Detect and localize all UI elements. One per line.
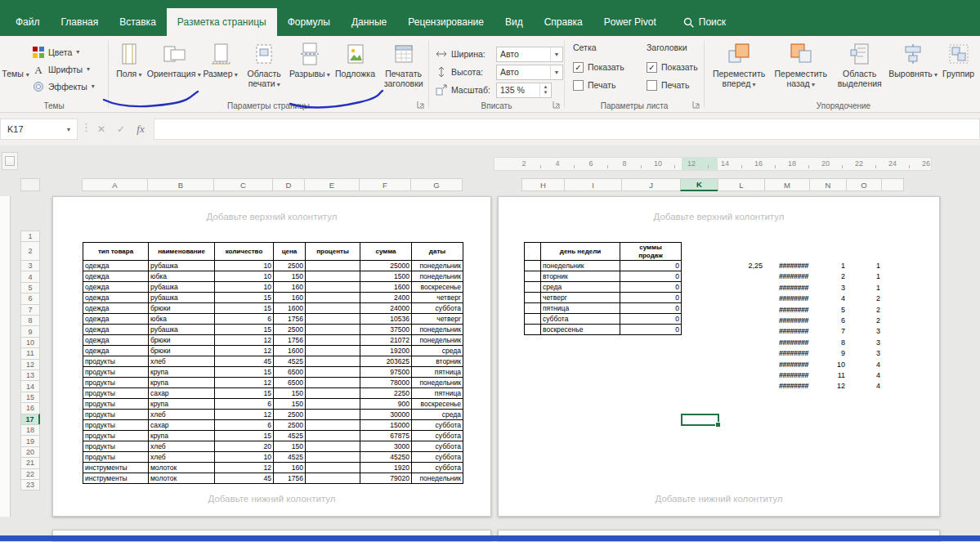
column-header-D[interactable]: D [272, 178, 305, 191]
cell[interactable]: продукты [83, 378, 149, 388]
cell[interactable]: 25000 [360, 261, 412, 271]
cell[interactable]: понедельник [412, 325, 463, 335]
cell[interactable]: среда [412, 346, 463, 356]
cell[interactable]: 10 [810, 360, 847, 371]
cell[interactable]: 2400 [360, 293, 412, 303]
row-header-12[interactable]: 12 [20, 359, 40, 370]
row-header-2[interactable]: 2 [20, 241, 40, 261]
cell[interactable]: одежда [83, 335, 149, 346]
name-box[interactable]: K17 ▾ [0, 119, 78, 140]
cell[interactable] [306, 293, 360, 303]
cell[interactable]: 1756 [274, 473, 306, 484]
overflow-cell[interactable]: ######## [765, 271, 810, 283]
themes-button[interactable]: Темы ▾ [0, 36, 31, 80]
cell[interactable]: понедельник [412, 473, 463, 484]
cell[interactable]: 3 [847, 338, 882, 349]
cell[interactable] [306, 367, 360, 378]
cell[interactable]: 19200 [360, 346, 412, 356]
row-header-18[interactable]: 18 [20, 424, 40, 436]
sheet-option-check[interactable]: Печать [573, 76, 632, 94]
cell[interactable]: 1756 [274, 335, 306, 346]
cell[interactable]: 30000 [360, 410, 412, 420]
cell[interactable]: пятница [412, 367, 463, 378]
ribbon-tab-7[interactable]: Вид [494, 8, 534, 36]
sheet-option-check[interactable]: ✓Показать [573, 58, 632, 76]
row-header-7[interactable]: 7 [20, 304, 40, 316]
cell[interactable]: 78000 [360, 378, 412, 388]
cell[interactable]: 10 [215, 261, 274, 271]
cell[interactable]: 2 [847, 293, 882, 305]
search-box[interactable]: Поиск [683, 8, 726, 36]
cell[interactable]: 15 [215, 325, 274, 335]
selected-cell[interactable] [681, 414, 719, 426]
dialog-launcher-icon[interactable] [552, 100, 562, 110]
row-header-14[interactable]: 14 [20, 380, 40, 392]
cell[interactable]: 150 [274, 399, 306, 410]
cell[interactable]: среда [412, 410, 463, 420]
cell[interactable] [525, 282, 541, 293]
column-header-H[interactable]: H [521, 178, 565, 191]
cell[interactable]: продукты [83, 367, 149, 378]
table-col-header[interactable]: количество [215, 243, 274, 261]
cell[interactable]: крупа [149, 367, 215, 378]
cell[interactable]: сахар [149, 420, 215, 431]
cell[interactable]: пятница [541, 303, 620, 314]
table-col-header[interactable]: тип товара [83, 243, 149, 261]
column-header-I[interactable]: I [564, 178, 622, 191]
cell[interactable]: 900 [360, 399, 412, 410]
footer-placeholder[interactable]: Добавьте нижний колонтитул [53, 494, 490, 504]
cell[interactable] [525, 271, 541, 282]
select-all-corner[interactable] [20, 178, 40, 191]
cell[interactable]: 15 [215, 388, 274, 399]
cell[interactable] [306, 314, 360, 325]
cell[interactable]: юбка [149, 314, 215, 325]
cell[interactable]: 21072 [360, 335, 412, 346]
ribbon-tab-8[interactable]: Справка [534, 8, 593, 36]
footer-placeholder[interactable]: Добавьте нижний колонтитул [499, 494, 939, 504]
cell[interactable]: четверг [412, 314, 463, 325]
spinner-arrows[interactable]: ▲▼ [539, 83, 551, 97]
cell[interactable]: воскресенье [412, 282, 463, 293]
cell[interactable] [306, 356, 360, 367]
cell[interactable] [306, 261, 360, 271]
cell[interactable]: 2,25 [718, 261, 764, 272]
height-combo[interactable]: Авто▼ [496, 65, 563, 80]
orientation-button[interactable]: Ориентация ▾ [148, 36, 200, 90]
cell[interactable]: 15 [215, 367, 274, 378]
background-button[interactable]: Подложка [332, 36, 379, 90]
cell[interactable] [525, 293, 541, 303]
table-col-header[interactable]: наименование [149, 243, 215, 261]
cell[interactable] [525, 303, 541, 314]
cell[interactable]: крупа [149, 378, 215, 388]
overflow-cell[interactable]: ######## [765, 316, 810, 327]
cell[interactable]: 7 [810, 326, 847, 338]
cell[interactable]: 1 [847, 271, 882, 283]
align-button[interactable]: Выровнять ▾ [889, 36, 937, 90]
cell[interactable]: рубашка [149, 261, 215, 271]
row-header-3[interactable]: 3 [20, 260, 40, 271]
cell[interactable]: 8 [810, 338, 847, 349]
cell[interactable]: 3 [847, 348, 882, 360]
column-header-N[interactable]: N [809, 178, 847, 191]
column-header-A[interactable]: A [82, 178, 148, 191]
cell[interactable]: 4 [847, 360, 882, 371]
cell[interactable]: 11 [810, 370, 847, 382]
cell[interactable]: инструменты [83, 473, 149, 484]
cell[interactable]: рубашка [149, 325, 215, 335]
cell[interactable] [306, 335, 360, 346]
cell[interactable]: суббота [412, 441, 463, 452]
cell[interactable]: 45250 [360, 452, 412, 463]
cell[interactable]: 203625 [360, 356, 412, 367]
cell[interactable]: 4 [847, 370, 882, 382]
cell[interactable] [525, 314, 541, 325]
chevron-down-icon[interactable]: ▼ [550, 65, 562, 79]
cell[interactable]: 0 [620, 314, 682, 325]
overflow-cell[interactable]: ######## [765, 283, 810, 294]
cell[interactable]: 4525 [274, 431, 306, 441]
cell[interactable]: продукты [83, 388, 149, 399]
cell[interactable]: 6500 [274, 367, 306, 378]
cell[interactable] [306, 452, 360, 463]
cell[interactable]: 1756 [274, 314, 306, 325]
bring-forward-button[interactable]: Переместитьвперед ▾ [706, 36, 772, 90]
column-header-partial[interactable] [881, 178, 904, 191]
